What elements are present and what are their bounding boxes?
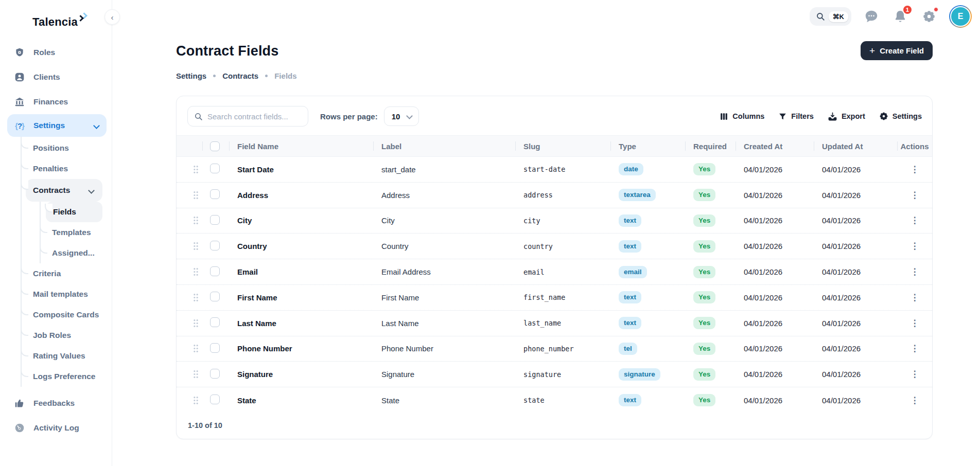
cell-slug: city (515, 217, 610, 225)
drag-handle[interactable] (177, 242, 202, 250)
row-actions-button[interactable]: ⋮ (897, 293, 932, 302)
sidebar-collapse-button[interactable]: ‹ (104, 9, 120, 25)
drag-handle[interactable] (177, 216, 202, 225)
sidebar-item-label: Clients (33, 73, 60, 82)
column-header-slug[interactable]: Slug (515, 136, 610, 156)
column-header-required[interactable]: Required (685, 136, 736, 156)
column-header-type[interactable]: Type (610, 136, 685, 156)
sidebar-item-job-roles[interactable]: Job Roles (22, 325, 112, 346)
cell-required: Yes (685, 317, 736, 329)
brand-logo[interactable]: Talencia (0, 0, 112, 29)
table-row: Signature Signature signature signature … (177, 362, 932, 387)
table-row: City City city text Yes 04/01/2026 04/01… (177, 208, 932, 234)
sidebar-item-activity-log[interactable]: Activity Log (0, 416, 112, 440)
row-checkbox[interactable] (210, 164, 220, 173)
create-field-button[interactable]: + Create Field (861, 41, 933, 60)
cell-type: textarea (610, 189, 685, 201)
row-actions-button[interactable]: ⋮ (897, 216, 932, 225)
cell-label: State (373, 396, 515, 405)
search-input[interactable] (207, 112, 302, 121)
row-actions-button[interactable]: ⋮ (897, 396, 932, 405)
row-select-cell (202, 189, 229, 201)
type-badge: text (619, 291, 641, 303)
column-header-updated-at[interactable]: Updated At (814, 136, 897, 156)
row-checkbox[interactable] (210, 292, 220, 301)
table-settings-button[interactable]: Settings (879, 112, 922, 121)
cell-label: Last Name (373, 319, 515, 328)
export-button[interactable]: Export (828, 112, 865, 121)
column-header-created-at[interactable]: Created At (736, 136, 814, 156)
settings-subtree: Positions Penalties Contracts Fields Tem… (21, 137, 112, 387)
sidebar-item-feedbacks[interactable]: Feedbacks (0, 391, 112, 416)
columns-button[interactable]: Columns (720, 112, 764, 121)
sidebar-item-assigned[interactable]: Assigned... (41, 243, 112, 263)
cell-slug: start-date (515, 165, 610, 173)
sidebar-item-penalties[interactable]: Penalties (22, 158, 112, 179)
sidebar-item-roles[interactable]: Roles (0, 40, 112, 65)
cell-created-at: 04/01/2026 (736, 191, 814, 200)
drag-handle[interactable] (177, 344, 202, 353)
sidebar-item-mail-templates[interactable]: Mail templates (22, 284, 112, 304)
select-all-checkbox[interactable] (210, 141, 220, 151)
sidebar-item-composite-cards[interactable]: Composite Cards (22, 304, 112, 325)
sidebar-item-logs-preference[interactable]: Logs Preference (22, 366, 112, 387)
cell-required: Yes (685, 291, 736, 303)
sidebar-item-rating-values[interactable]: Rating Values (22, 346, 112, 366)
drag-handle[interactable] (177, 370, 202, 379)
sidebar-item-contracts[interactable]: Contracts (26, 179, 102, 202)
sidebar-item-finances[interactable]: Finances (0, 89, 112, 114)
cell-created-at: 04/01/2026 (736, 293, 814, 302)
row-actions-button[interactable]: ⋮ (897, 267, 932, 276)
braces-question-icon: {?} (14, 120, 25, 131)
sidebar-item-criteria[interactable]: Criteria (22, 263, 112, 284)
row-checkbox[interactable] (210, 395, 220, 404)
row-select-cell (202, 266, 229, 278)
row-checkbox[interactable] (210, 189, 220, 199)
table-search[interactable] (187, 106, 308, 127)
cell-updated-at: 04/01/2026 (814, 319, 897, 328)
row-actions-button[interactable]: ⋮ (897, 344, 932, 353)
sidebar-item-label: Finances (33, 97, 68, 106)
drag-handle[interactable] (177, 293, 202, 302)
row-actions-button[interactable]: ⋮ (897, 242, 932, 250)
thumbs-up-icon (14, 398, 25, 408)
sidebar: Talencia Roles Clients Finances {?} Sett… (0, 0, 112, 466)
row-actions-button[interactable]: ⋮ (897, 319, 932, 328)
drag-handle[interactable] (177, 319, 202, 328)
sidebar-item-clients[interactable]: Clients (0, 65, 112, 89)
row-select-cell (202, 292, 229, 303)
row-actions-button[interactable]: ⋮ (897, 191, 932, 200)
sidebar-item-templates[interactable]: Templates (41, 222, 112, 243)
sidebar-item-settings[interactable]: {?} Settings (7, 114, 107, 137)
cell-created-at: 04/01/2026 (736, 267, 814, 276)
sidebar-nav: Roles Clients Finances {?} Settings Posi… (0, 40, 112, 440)
cell-label: Email Address (373, 267, 515, 276)
sidebar-item-positions[interactable]: Positions (22, 138, 112, 158)
row-actions-button[interactable]: ⋮ (897, 165, 932, 174)
row-select-cell (202, 164, 229, 175)
row-checkbox[interactable] (210, 241, 220, 250)
cell-field-name: Phone Number (229, 344, 373, 353)
row-checkbox[interactable] (210, 343, 220, 353)
sidebar-item-label: Templates (52, 228, 91, 237)
cell-slug: last_name (515, 319, 610, 327)
row-checkbox[interactable] (210, 266, 220, 276)
row-checkbox[interactable] (210, 215, 220, 225)
row-checkbox[interactable] (210, 317, 220, 327)
row-checkbox[interactable] (210, 369, 220, 379)
row-actions-button[interactable]: ⋮ (897, 370, 932, 379)
cell-slug: address (515, 191, 610, 199)
gauge-icon (14, 423, 25, 433)
drag-handle[interactable] (177, 396, 202, 405)
column-header-field-name[interactable]: Field Name (229, 136, 373, 156)
drag-handle[interactable] (177, 191, 202, 200)
breadcrumb-contracts[interactable]: Contracts (222, 71, 258, 80)
sidebar-item-fields[interactable]: Fields (46, 202, 102, 222)
drag-handle[interactable] (177, 267, 202, 276)
column-header-label[interactable]: Label (373, 136, 515, 156)
rows-per-page-select[interactable]: 10 (384, 106, 419, 126)
user-icon (14, 72, 25, 82)
drag-handle[interactable] (177, 165, 202, 174)
filters-button[interactable]: Filters (778, 112, 814, 121)
breadcrumb-settings[interactable]: Settings (176, 71, 206, 80)
